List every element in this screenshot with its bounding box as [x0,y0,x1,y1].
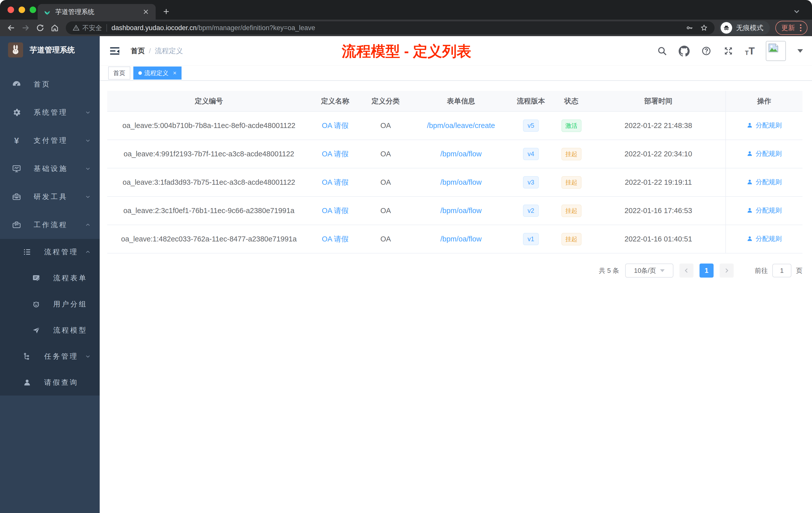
briefcase-icon [11,220,22,230]
sidebar-item-system[interactable]: 系统管理 [0,98,100,126]
assign-rule-link[interactable]: 分配规则 [747,121,782,130]
gear-icon [11,108,22,117]
tag-label: 流程定义 [144,69,169,77]
sidebar-item-task-management[interactable]: 任务管理 [0,343,100,369]
incognito-badge: 无痕模式 [719,21,770,35]
cell-category: OA [360,197,411,225]
home-button[interactable] [48,21,61,34]
bookmark-star-icon[interactable] [700,24,708,32]
table-row: oa_leave:1:482ec033-762a-11ec-8477-a2380… [107,225,803,253]
chevron-down-icon [85,165,91,172]
cell-deploy-time: 2022-01-22 19:19:11 [591,168,726,197]
maximize-window-button[interactable] [30,6,36,13]
monitor-icon [11,163,22,174]
page-size-select[interactable]: 10条/页 [625,264,673,278]
reload-button[interactable] [34,21,47,34]
sidebar-item-leave-query[interactable]: 请假查询 [0,369,100,396]
incognito-label: 无痕模式 [736,23,763,32]
table-header-row: 定义编号 定义名称 定义分类 表单信息 流程版本 状态 部署时间 操作 [107,91,803,112]
org-tree-icon [22,351,32,361]
sidebar-item-home[interactable]: 首页 [0,70,100,98]
pagination: 共 5 条 10条/页 1 前往 页 [107,264,803,278]
avatar-broken-image[interactable] [766,41,786,61]
help-icon[interactable] [701,46,712,57]
page-size-value: 10条/页 [634,266,656,275]
cell-deploy-time: 2022-01-16 01:40:51 [591,225,726,253]
chevron-down-icon [85,137,91,144]
sidebar-item-dev-tools[interactable]: 研发工具 [0,183,100,211]
search-icon[interactable] [657,46,668,57]
chevron-down-icon [85,353,91,360]
sidebar-item-label: 系统管理 [34,108,85,117]
url-host: dashboard.yudao.iocoder.cn [112,24,197,32]
col-definition-name: 定义名称 [311,91,360,112]
definition-name-link[interactable]: OA 请假 [322,150,348,158]
sidebar-item-process-form[interactable]: 流程表单 [0,265,100,291]
incognito-icon [721,22,732,34]
security-label[interactable]: 不安全 [82,24,102,32]
tag-process-definition[interactable]: 流程定义 × [133,66,181,80]
forward-button[interactable] [19,21,32,34]
table-row: oa_leave:5:004b710b-7b8a-11ec-8ef0-acde4… [107,112,803,140]
col-status: 状态 [551,91,591,112]
sidebar-item-process-model[interactable]: 流程模型 [0,317,100,343]
col-deploy-time: 部署时间 [591,91,726,112]
col-actions: 操作 [726,91,803,112]
browser-menu-icon[interactable] [800,24,802,31]
minimize-window-button[interactable] [19,6,25,13]
form-link[interactable]: /bpm/oa/flow [440,207,482,215]
password-key-icon[interactable] [686,24,694,32]
address-bar[interactable]: 不安全 dashboard.yudao.iocoder.cn/bpm/manag… [66,21,715,34]
definition-name-link[interactable]: OA 请假 [322,121,348,129]
tab-list-chevron-icon[interactable] [792,7,801,17]
definition-name-link[interactable]: OA 请假 [322,207,348,215]
sidebar-item-label: 流程模型 [53,326,91,335]
form-link[interactable]: /bpm/oa/flow [440,235,482,243]
new-tab-button[interactable] [159,4,173,19]
col-form-info: 表单信息 [411,91,511,112]
github-icon[interactable] [679,46,690,57]
dashboard-icon [11,79,22,89]
chrome-update-button[interactable]: 更新 [775,21,808,35]
browser-tab[interactable]: 芋道管理系统 [38,4,156,20]
logo-avatar [8,42,23,58]
cell-deploy-time: 2022-01-22 21:48:38 [591,112,726,140]
assign-rule-link[interactable]: 分配规则 [747,178,782,186]
next-page-button[interactable] [720,264,734,278]
tag-home[interactable]: 首页 [108,66,130,80]
sidebar-item-payment[interactable]: ¥ 支付管理 [0,126,100,155]
sidebar-item-infrastructure[interactable]: 基础设施 [0,155,100,183]
goto-page-input[interactable] [772,264,791,277]
form-link[interactable]: /bpm/oa/flow [440,178,482,186]
content-area: 定义编号 定义名称 定义分类 表单信息 流程版本 状态 部署时间 操作 oa_l [100,81,812,513]
tag-close-icon[interactable]: × [173,69,176,77]
chevron-down-icon [85,109,91,116]
prev-page-button[interactable] [679,264,694,278]
sidebar-logo-row[interactable]: 芋道管理系统 [0,36,100,64]
user-icon [747,150,753,157]
avatar-dropdown-caret-icon[interactable] [798,49,803,53]
sidebar: 芋道管理系统 首页 系统管理 [0,36,100,513]
assign-rule-link[interactable]: 分配规则 [747,234,782,243]
definition-name-link[interactable]: OA 请假 [322,178,348,186]
fullscreen-icon[interactable] [723,46,734,57]
sidebar-item-process-management[interactable]: 流程管理 [0,239,100,265]
font-size-icon[interactable]: TT [745,46,755,56]
sidebar-item-label: 任务管理 [44,352,85,361]
assign-rule-link[interactable]: 分配规则 [747,206,782,215]
sidebar-item-user-group[interactable]: 用户分组 [0,291,100,317]
assign-rule-link[interactable]: 分配规则 [747,149,782,158]
breadcrumb-home[interactable]: 首页 [131,46,145,56]
tab-close-icon[interactable] [142,7,150,16]
current-page-button[interactable]: 1 [699,264,714,278]
user-icon [747,122,753,128]
sidebar-collapse-icon[interactable] [109,45,121,57]
form-link[interactable]: /bpm/oa/flow [440,150,482,158]
sidebar-item-workflow[interactable]: 工作流程 [0,211,100,239]
form-link[interactable]: /bpm/oa/leave/create [427,121,495,129]
close-window-button[interactable] [7,6,14,13]
table-row: oa_leave:4:991f2193-7b7f-11ec-a3c8-acde4… [107,140,803,168]
back-button[interactable] [4,21,18,34]
definition-name-link[interactable]: OA 请假 [322,235,348,243]
definition-table: 定义编号 定义名称 定义分类 表单信息 流程版本 状态 部署时间 操作 oa_l [107,91,803,253]
